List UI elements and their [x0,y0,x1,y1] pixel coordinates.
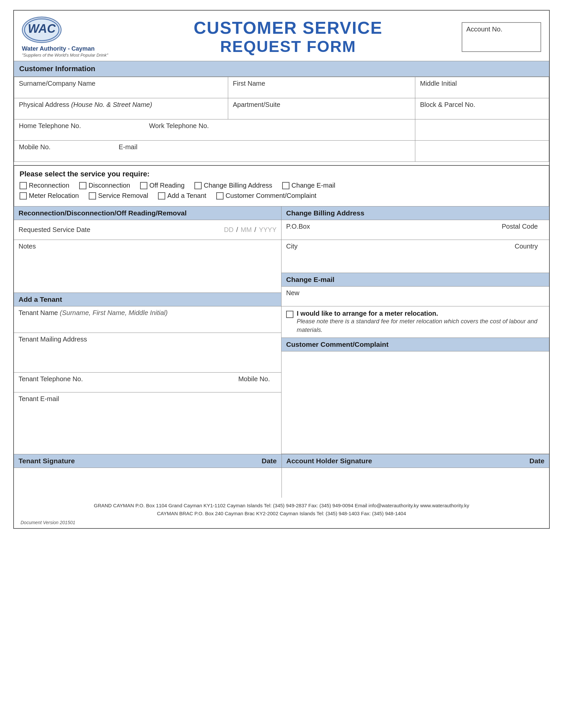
checkbox-row-2: Meter Relocation Service Removal Add a T… [20,192,543,200]
account-sig-cell: Account Holder Signature Date [282,454,549,498]
pobox-row: P.O.Box Postal Code [282,220,549,240]
logo-area: WAC Water Authority - Cayman "Suppliers … [22,17,115,58]
account-box: Account No. [462,22,541,52]
postal-code-label: Postal Code [502,223,538,230]
mobile-cell: Mobile No. E-mail [14,141,415,162]
firstname-label: First Name [233,80,265,87]
footer-version: Document Version 201501 [21,519,542,526]
tenant-tel-label: Tenant Telephone No. [19,375,83,383]
apartment-cell: Apartment/Suite [228,98,415,119]
tenant-name-italic: (Surname, First Name, Middle Initial) [60,309,168,316]
account-sig-body [282,468,549,498]
logo-tagline: "Suppliers of the World's Most Popular D… [22,53,108,58]
checkbox-service-removal[interactable]: Service Removal [89,192,148,200]
block-parcel-cell: Block & Parcel No. [415,98,549,119]
country-label: Country [515,243,538,250]
mobile-label: Mobile No. [19,143,51,151]
checkbox-disconnection-box[interactable] [79,182,86,189]
meter-reloc-bold-text: I would like to arrange for a meter relo… [297,310,544,317]
service-select-title: Please select the service you require: [20,170,543,178]
add-tenant-header: Add a Tenant [14,293,281,306]
tenant-tel-row: Tenant Telephone No. Mobile No. [14,373,281,392]
notes-label: Notes [19,243,36,250]
checkbox-disconnection-label: Disconnection [88,182,130,189]
signature-row: Tenant Signature Date Account Holder Sig… [14,454,549,498]
reconnection-header: Reconnection/Disconnection/Off Reading/R… [14,206,281,220]
checkbox-add-tenant[interactable]: Add a Tenant [158,192,206,200]
footer: GRAND CAYMAN P.O. Box 1104 Grand Cayman … [14,498,549,528]
checkbox-off-reading[interactable]: Off Reading [140,182,184,189]
date-yyyy: YYYY [259,226,276,234]
tenant-sig-header: Tenant Signature Date [14,454,282,468]
header: WAC Water Authority - Cayman "Suppliers … [14,11,549,61]
checkbox-disconnection[interactable]: Disconnection [79,182,130,189]
checkbox-complaint[interactable]: Customer Comment/Complaint [216,192,317,200]
account-sig-label: Account Holder Signature [287,457,372,465]
complaint-header: Customer Comment/Complaint [282,338,549,351]
tenant-email-label: Tenant E-mail [19,395,59,403]
checkbox-change-billing-label: Change Billing Address [204,182,272,189]
title-line1: CUSTOMER SERVICE [115,19,462,37]
tenant-name-row: Tenant Name (Surname, First Name, Middle… [14,306,281,333]
checkbox-add-tenant-label: Add a Tenant [167,192,206,200]
block-parcel-label: Block & Parcel No. [420,101,475,108]
checkbox-meter-relocation[interactable]: Meter Relocation [20,192,79,200]
middle-initial-label: Middle Initial [420,80,457,87]
checkbox-meter-label: Meter Relocation [29,192,79,200]
checkbox-off-reading-label: Off Reading [149,182,184,189]
checkbox-off-reading-box[interactable] [140,182,147,189]
checkbox-change-email-label: Change E-mail [292,182,335,189]
meter-relocation-area: I would like to arrange for a meter relo… [282,306,549,338]
tenant-mailing-row: Tenant Mailing Address [14,333,281,373]
checkbox-add-tenant-box[interactable] [158,192,165,200]
meter-reloc-text: I would like to arrange for a meter relo… [297,310,544,334]
page-wrapper: WAC Water Authority - Cayman "Suppliers … [13,10,550,529]
complaint-area [282,351,549,454]
work-tel-label: Work Telephone No. [149,122,209,129]
checkbox-row-1: Reconnection Disconnection Off Reading C… [20,182,543,189]
footer-line2: CAYMAN BRAC P.O. Box 240 Cayman Brac KY2… [21,510,542,518]
two-col-main: Reconnection/Disconnection/Off Reading/R… [14,206,549,454]
checkbox-service-removal-label: Service Removal [98,192,148,200]
checkbox-complaint-label: Customer Comment/Complaint [225,192,317,200]
checkbox-change-email[interactable]: Change E-mail [282,182,335,189]
home-tel-cell: Home Telephone No. Work Telephone No. [14,119,415,141]
account-sig-header: Account Holder Signature Date [282,454,549,468]
checkbox-complaint-box[interactable] [216,192,223,200]
checkbox-reconnection-box[interactable] [20,182,27,189]
requested-date-label: Requested Service Date [19,226,90,234]
physical-address-italic: (House No. & Street Name) [71,101,152,108]
tenant-sig-body [14,468,282,498]
checkbox-reconnection[interactable]: Reconnection [20,182,69,189]
new-email-row: New [282,287,549,306]
date-mm: MM [241,226,252,234]
date-picker[interactable]: DD / MM / YYYY [224,226,276,234]
checkbox-service-removal-box[interactable] [89,192,96,200]
firstname-cell: First Name [228,77,415,98]
city-country-row: City Country [282,240,549,273]
date-dd: DD [224,226,233,234]
checkbox-change-billing-box[interactable] [194,182,202,189]
checkbox-meter-box[interactable] [20,192,27,200]
logo-name: Water Authority - Cayman [22,45,95,53]
tenant-email-row: Tenant E-mail [14,392,281,412]
change-billing-header: Change Billing Address [282,206,549,220]
tenant-name-label: Tenant Name [19,309,58,316]
middle-initial-cell: Middle Initial [415,77,549,98]
tenant-date-label: Date [261,457,277,465]
checkbox-change-email-box[interactable] [282,182,290,189]
tenant-mobile-label: Mobile No. [238,375,270,383]
email-label: E-mail [118,143,137,151]
physical-address-cell: Physical Address (House No. & Street Nam… [14,98,228,119]
meter-reloc-checkbox[interactable] [286,311,294,318]
surname-label: Surname/Company Name [19,80,95,87]
svg-text:WAC: WAC [28,22,56,35]
checkbox-change-billing[interactable]: Change Billing Address [194,182,272,189]
left-column: Reconnection/Disconnection/Off Reading/R… [14,206,282,454]
physical-address-label: Physical Address [19,101,69,108]
checkbox-reconnection-label: Reconnection [29,182,69,189]
email-filler [415,141,549,162]
account-date-label: Date [529,457,544,465]
tenant-sig-label: Tenant Signature [19,457,75,465]
logo-icon: WAC [22,17,62,43]
